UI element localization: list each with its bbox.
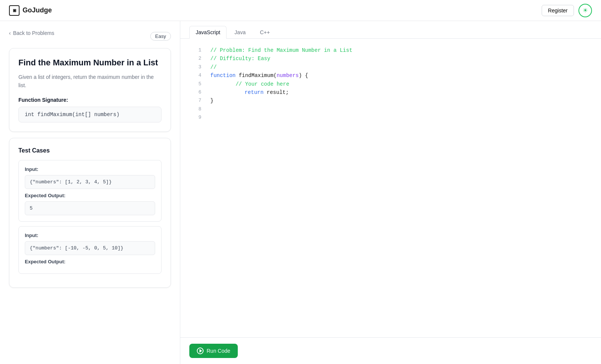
line-number-1: 1 bbox=[189, 46, 201, 54]
line-content-9 bbox=[210, 113, 592, 122]
line-number-7: 7 bbox=[189, 97, 201, 105]
logo-text: GoJudge bbox=[23, 6, 52, 14]
test-case-2-input-label: Input: bbox=[25, 233, 155, 238]
code-line-4: 4 function findMaximum(numbers) { bbox=[189, 71, 592, 80]
line-content-4: function findMaximum(numbers) { bbox=[210, 71, 592, 80]
test-case-1-output-label: Expected Output: bbox=[25, 193, 155, 198]
function-signature-label: Function Signature: bbox=[18, 97, 162, 103]
run-code-bar: Run Code bbox=[180, 337, 601, 364]
main-layout: ‹ Back to Problems Easy Find the Maximum… bbox=[0, 21, 601, 364]
line-content-3: // bbox=[210, 63, 592, 71]
code-editor[interactable]: 1 // Problem: Find the Maximum Number in… bbox=[180, 39, 601, 337]
logo: ▣ GoJudge bbox=[9, 5, 52, 16]
line-content-2: // Difficulty: Easy bbox=[210, 54, 592, 63]
test-case-2-input-value: {"numbers": [-10, -5, 0, 5, 10]} bbox=[25, 241, 155, 255]
code-line-2: 2 // Difficulty: Easy bbox=[189, 54, 592, 63]
tabs-bar: JavaScript Java C++ bbox=[180, 21, 601, 39]
code-line-1: 1 // Problem: Find the Maximum Number in… bbox=[189, 46, 592, 54]
line-number-2: 2 bbox=[189, 54, 201, 63]
line-number-4: 4 bbox=[189, 71, 201, 80]
line-number-5: 5 bbox=[189, 80, 201, 88]
line-number-3: 3 bbox=[189, 63, 201, 71]
line-number-8: 8 bbox=[189, 105, 201, 113]
tab-cpp[interactable]: C++ bbox=[254, 26, 276, 39]
code-line-7: 7 } bbox=[189, 97, 592, 105]
line-content-8 bbox=[210, 105, 592, 113]
code-line-5: 5 // Your code here bbox=[189, 80, 592, 88]
tab-javascript[interactable]: JavaScript bbox=[189, 26, 227, 39]
line-content-6: return result; bbox=[210, 88, 592, 97]
theme-toggle-button[interactable]: ☀ bbox=[578, 4, 592, 17]
run-code-button[interactable]: Run Code bbox=[189, 344, 238, 358]
test-case-1-output-value: 5 bbox=[25, 201, 155, 215]
back-row: ‹ Back to Problems Easy bbox=[9, 30, 171, 42]
test-case-1-input-value: {"numbers": [1, 2, 3, 4, 5]} bbox=[25, 175, 155, 189]
test-case-item-1: Input: {"numbers": [1, 2, 3, 4, 5]} Expe… bbox=[18, 160, 162, 222]
line-content-5: // Your code here bbox=[210, 80, 592, 88]
test-case-item-2: Input: {"numbers": [-10, -5, 0, 5, 10]} … bbox=[18, 226, 162, 274]
test-cases-card: Test Cases Input: {"numbers": [1, 2, 3, … bbox=[9, 138, 171, 288]
right-panel: JavaScript Java C++ 1 // Problem: Find t… bbox=[180, 21, 601, 364]
line-content-7: } bbox=[210, 97, 592, 105]
play-triangle bbox=[199, 349, 202, 353]
run-code-label: Run Code bbox=[207, 348, 230, 354]
theme-icon: ☀ bbox=[583, 7, 588, 14]
problem-title: Find the Maximum Number in a List bbox=[18, 57, 162, 68]
tab-java[interactable]: Java bbox=[228, 26, 252, 39]
difficulty-badge: Easy bbox=[150, 32, 171, 41]
test-case-1-input-label: Input: bbox=[25, 166, 155, 172]
back-to-problems-link[interactable]: ‹ Back to Problems bbox=[9, 30, 54, 36]
header: ▣ GoJudge Register ☀ bbox=[0, 0, 601, 21]
test-case-2-output-label: Expected Output: bbox=[25, 259, 155, 264]
line-number-6: 6 bbox=[189, 88, 201, 97]
logo-icon: ▣ bbox=[9, 5, 20, 16]
back-arrow-icon: ‹ bbox=[9, 30, 11, 36]
left-panel: ‹ Back to Problems Easy Find the Maximum… bbox=[0, 21, 180, 364]
test-cases-title: Test Cases bbox=[18, 147, 162, 154]
play-icon bbox=[197, 347, 204, 354]
line-number-9: 9 bbox=[189, 113, 201, 122]
function-signature-box: int findMaximum(int[] numbers) bbox=[18, 107, 162, 122]
code-line-3: 3 // bbox=[189, 63, 592, 71]
problem-description: Given a list of integers, return the max… bbox=[18, 73, 162, 90]
back-link-text: Back to Problems bbox=[13, 30, 54, 36]
header-right: Register ☀ bbox=[542, 4, 592, 17]
code-line-9: 9 bbox=[189, 113, 592, 122]
problem-card: Find the Maximum Number in a List Given … bbox=[9, 48, 171, 132]
line-content-1: // Problem: Find the Maximum Number in a… bbox=[210, 46, 592, 54]
register-button[interactable]: Register bbox=[542, 5, 574, 16]
code-line-8: 8 bbox=[189, 105, 592, 113]
code-line-6: 6 return result; bbox=[189, 88, 592, 97]
